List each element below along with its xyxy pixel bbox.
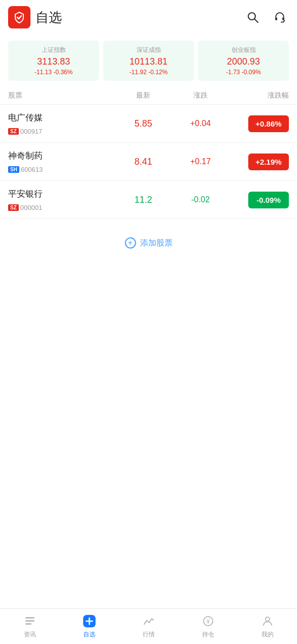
pct-badge-2: -0.09% — [248, 192, 289, 208]
headset-icon — [273, 10, 287, 24]
nav-label-position: 持仓 — [202, 630, 214, 639]
table-row[interactable]: 神奇制药 SH 600613 8.41 +0.17 +2.19% — [0, 143, 297, 181]
index-change-shanghai: -11.13 -0.36% — [12, 69, 95, 76]
index-name-shenzhen: 深证成指 — [107, 46, 190, 54]
stock-name-1: 神奇制药 — [8, 150, 112, 162]
nav-label-market: 行情 — [143, 630, 155, 639]
add-stock-label: 添加股票 — [140, 238, 173, 249]
stock-change-0: +0.04 — [175, 119, 226, 128]
stock-code-badge-1: SH 600613 — [8, 166, 43, 173]
col-header-pct: 涨跌幅 — [226, 91, 289, 100]
nav-item-news[interactable]: 资讯 — [0, 611, 59, 642]
svg-point-12 — [266, 617, 270, 621]
logo-icon — [12, 10, 26, 24]
header-icons — [244, 8, 289, 26]
stock-info-0: 电广传媒 SZ 000917 — [8, 112, 112, 135]
stock-pct-1: +2.19% — [226, 154, 289, 170]
stock-name-2: 平安银行 — [8, 188, 112, 200]
stock-latest-1: 8.41 — [112, 157, 175, 167]
bottom-nav: 资讯 自选 行情 ¥ 持仓 — [0, 608, 297, 644]
search-button[interactable] — [244, 9, 261, 26]
add-nav-icon — [82, 614, 96, 628]
index-card-chinext[interactable]: 创业板指 2000.93 -1.73 -0.09% — [198, 41, 289, 81]
stock-code-0: 000917 — [20, 128, 42, 135]
stock-pct-0: +0.86% — [226, 115, 289, 132]
logo-box — [8, 6, 30, 28]
stock-info-1: 神奇制药 SH 600613 — [8, 150, 112, 173]
svg-rect-4 — [25, 617, 35, 619]
nav-item-position[interactable]: ¥ 持仓 — [178, 611, 238, 642]
pct-badge-0: +0.86% — [248, 115, 289, 132]
nav-label-profile: 我的 — [261, 630, 274, 639]
stock-name-0: 电广传媒 — [8, 112, 112, 124]
nav-item-market[interactable]: 行情 — [119, 611, 178, 642]
index-name-chinext: 创业板指 — [202, 46, 285, 54]
index-name-shanghai: 上证指数 — [12, 46, 95, 54]
nav-item-profile[interactable]: 我的 — [238, 611, 297, 642]
index-change-shenzhen: -11.92 -0.12% — [107, 69, 190, 76]
svg-line-1 — [255, 19, 258, 23]
search-icon — [246, 11, 259, 24]
news-icon — [23, 614, 37, 628]
index-value-shenzhen: 10113.81 — [107, 56, 190, 67]
nav-label-news: 资讯 — [24, 630, 36, 639]
stock-change-1: +0.17 — [175, 157, 226, 166]
add-stock-section: + 添加股票 — [0, 219, 297, 267]
stock-info-2: 平安银行 SZ 000001 — [8, 188, 112, 211]
page-title: 自选 — [36, 9, 62, 26]
svg-rect-6 — [25, 623, 31, 625]
header-left: 自选 — [8, 6, 62, 28]
table-row[interactable]: 电广传媒 SZ 000917 5.85 +0.04 +0.86% — [0, 105, 297, 143]
market-icon — [142, 614, 156, 628]
svg-text:¥: ¥ — [206, 618, 210, 625]
stock-latest-2: 11.2 — [112, 195, 175, 205]
nav-label-watchlist: 自选 — [83, 630, 95, 639]
svg-rect-3 — [282, 17, 284, 20]
header: 自选 — [0, 0, 297, 35]
index-card-shanghai[interactable]: 上证指数 3113.83 -11.13 -0.36% — [8, 41, 99, 81]
market-badge-sz-2: SZ — [8, 204, 19, 211]
index-section: 上证指数 3113.83 -11.13 -0.36% 深证成指 10113.81… — [0, 35, 297, 87]
index-value-shanghai: 3113.83 — [12, 56, 95, 67]
stock-change-2: -0.02 — [175, 195, 226, 204]
pct-badge-1: +2.19% — [248, 154, 289, 170]
profile-icon — [260, 614, 275, 628]
svg-rect-5 — [25, 620, 35, 622]
add-stock-button[interactable]: + 添加股票 — [125, 237, 173, 249]
table-header: 股票 最新 涨跌 涨跌幅 — [0, 87, 297, 105]
stock-code-1: 600613 — [21, 166, 43, 173]
col-header-stock: 股票 — [8, 91, 112, 100]
stock-pct-2: -0.09% — [226, 192, 289, 208]
add-circle-icon: + — [125, 237, 136, 249]
stock-code-2: 000001 — [20, 204, 42, 211]
stock-code-badge-2: SZ 000001 — [8, 204, 42, 211]
col-header-latest: 最新 — [112, 91, 175, 100]
position-icon: ¥ — [201, 614, 215, 628]
nav-item-watchlist[interactable]: 自选 — [59, 611, 119, 642]
market-badge-sz-0: SZ — [8, 128, 19, 135]
service-button[interactable] — [271, 8, 289, 26]
market-badge-sh-1: SH — [8, 166, 19, 173]
col-header-change: 涨跌 — [175, 91, 226, 100]
index-value-chinext: 2000.93 — [202, 56, 285, 67]
stock-latest-0: 5.85 — [112, 118, 175, 129]
index-change-chinext: -1.73 -0.09% — [202, 69, 285, 76]
index-card-shenzhen[interactable]: 深证成指 10113.81 -11.92 -0.12% — [103, 41, 194, 81]
svg-rect-2 — [275, 17, 277, 20]
table-row[interactable]: 平安银行 SZ 000001 11.2 -0.02 -0.09% — [0, 181, 297, 219]
stock-code-badge-0: SZ 000917 — [8, 128, 42, 135]
